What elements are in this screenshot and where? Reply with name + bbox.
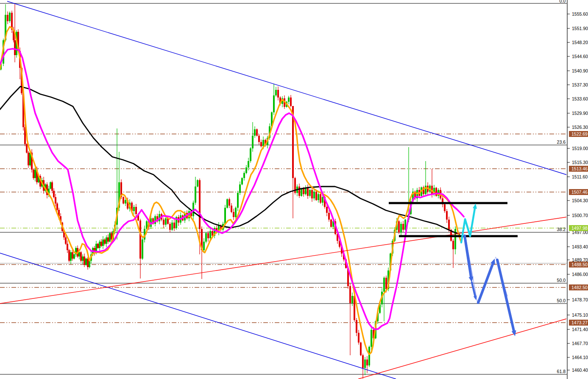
candle-body — [351, 296, 353, 303]
candle-body — [102, 240, 104, 246]
candle-body — [55, 197, 56, 203]
support-resistance-segment[interactable] — [389, 202, 507, 204]
candle-body — [277, 90, 279, 98]
candle-body — [80, 252, 82, 261]
candle-body — [100, 242, 102, 246]
price-tick-label: 1504.30 — [572, 198, 588, 203]
price-tick-label: 1544.60 — [572, 54, 588, 59]
price-tick-label: 1471.40 — [572, 327, 588, 332]
candle-body — [142, 240, 143, 259]
candle-body — [82, 256, 84, 261]
candle-body — [9, 13, 11, 21]
candle-body — [53, 191, 55, 197]
candle-body — [322, 197, 323, 203]
candle-body — [239, 184, 241, 193]
candle-body — [87, 259, 89, 267]
candle-body — [237, 193, 239, 208]
candle-body — [326, 207, 328, 213]
price-axis-layer: 1555.601551.901548.201544.601540.901537.… — [567, 0, 588, 379]
candle-body — [50, 182, 51, 189]
price-level-badge: 1482.50 — [569, 284, 588, 290]
fib-level-label: 50.0 — [557, 278, 566, 283]
candle-body — [356, 320, 357, 333]
blue-down-3-arrowhead[interactable] — [512, 330, 516, 336]
price-level-badge-text: 1513.46 — [571, 166, 588, 171]
candle-body — [288, 98, 290, 102]
price-tick-label: 1515.30 — [572, 160, 588, 165]
blue-up-2-arrowhead[interactable] — [490, 259, 495, 265]
candle-body — [328, 213, 330, 220]
candle-body — [125, 200, 126, 203]
candle-body — [452, 241, 454, 249]
candle-body — [169, 224, 171, 230]
candle-body — [68, 250, 70, 261]
blue-down-1-arrow-shaft[interactable] — [465, 236, 471, 277]
candle-body — [14, 40, 16, 55]
fib-level-label: 0.0 — [559, 0, 566, 3]
candle-body — [67, 244, 68, 250]
price-tick-label: 1540.90 — [572, 68, 588, 73]
price-level-badge-text: 1522.69 — [571, 131, 588, 137]
blue-down-1b-arrow-shaft[interactable] — [472, 282, 475, 296]
price-tick-label: 1533.60 — [572, 96, 588, 101]
fib-level-label: 61.8 — [557, 369, 566, 374]
candle-body — [163, 220, 164, 225]
candle-body — [154, 216, 156, 224]
candle-body — [400, 224, 402, 232]
candle-body — [89, 261, 90, 267]
price-tick-label: 1486.00 — [572, 272, 588, 277]
candle-body — [85, 259, 87, 265]
candle-body — [311, 190, 313, 198]
blue-down-1b-arrowhead[interactable] — [474, 295, 477, 300]
cyan-zigzag-up-arrowhead[interactable] — [473, 203, 477, 209]
candle-body — [70, 252, 72, 261]
candle-body — [245, 167, 247, 173]
candle-body — [72, 252, 73, 259]
arrow-annotations-layer — [461, 203, 516, 336]
candle-body — [107, 237, 109, 242]
candle-body — [241, 178, 243, 184]
support-resistance-segment[interactable] — [399, 235, 518, 237]
candle-body — [233, 212, 234, 217]
blue-down-3-arrow-shaft[interactable] — [497, 260, 514, 331]
candle-body — [203, 242, 205, 250]
candle-body — [109, 233, 111, 242]
price-level-badge: 1497.98 — [569, 225, 588, 231]
blue-down-1-arrowhead[interactable] — [469, 276, 474, 282]
candle-body — [444, 204, 446, 211]
candle-body — [364, 359, 366, 368]
trading-chart-window: 0.023.638.250.050.061.81555.601551.90154… — [0, 0, 588, 379]
candle-body — [84, 256, 85, 265]
candlestick-chart-canvas[interactable]: 0.023.638.250.050.061.81555.601551.90154… — [0, 0, 588, 379]
price-tick-label: 1548.20 — [572, 40, 588, 45]
price-level-badge: 1488.50 — [569, 262, 588, 268]
fib-level-label: 38.2 — [557, 227, 566, 232]
blue-descending-upper-trendline[interactable] — [7, 1, 566, 175]
candle-body — [358, 333, 359, 343]
candle-body — [349, 286, 351, 303]
candle-body — [135, 207, 137, 214]
candle-body — [360, 343, 362, 355]
candle-body — [383, 278, 385, 292]
candle-body — [275, 90, 277, 95]
price-tick-label: 1467.70 — [572, 341, 588, 346]
price-tick-label: 1529.90 — [572, 111, 588, 116]
price-level-badge: 1507.46 — [569, 189, 588, 195]
moving-averages-layer — [0, 27, 464, 354]
price-tick-label: 1551.90 — [572, 26, 588, 31]
candle-body — [197, 180, 198, 187]
candle-body — [28, 153, 29, 165]
candle-body — [254, 129, 256, 136]
candle-body — [224, 208, 226, 224]
candle-body — [273, 95, 275, 112]
candle-body — [256, 129, 258, 136]
candle-body — [301, 189, 302, 196]
candle-body — [65, 237, 67, 244]
cyan-zigzag-up-arrow-shaft[interactable] — [461, 209, 475, 242]
red-ascending-short-trendline[interactable] — [358, 319, 566, 379]
candle-body — [205, 233, 207, 242]
candle-body — [226, 199, 228, 208]
blue-descending-lower-trendline[interactable] — [0, 253, 396, 379]
price-tick-label: 1460.40 — [572, 368, 588, 373]
candle-body — [318, 194, 319, 200]
